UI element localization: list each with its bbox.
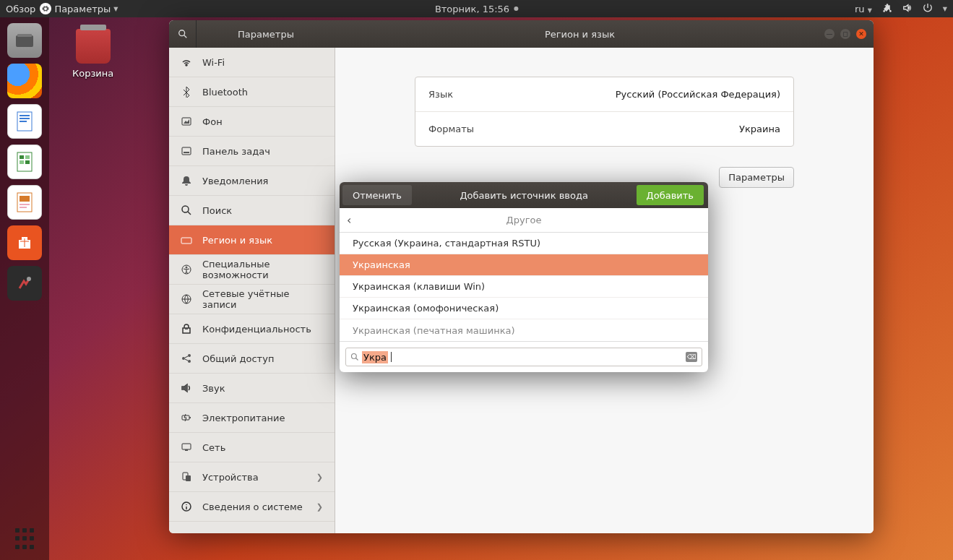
minimize-button[interactable]: — <box>824 29 835 39</box>
clock[interactable]: Вторник, 15:56 <box>435 4 518 14</box>
launcher-settings[interactable] <box>7 266 42 301</box>
svg-rect-33 <box>182 444 191 449</box>
launcher-calc[interactable] <box>7 145 42 179</box>
sidebar-item-region[interactable]: Регион и язык <box>169 225 335 255</box>
maximize-button[interactable]: ◻ <box>840 29 850 39</box>
about-icon <box>181 501 192 512</box>
sidebar-item-label: Звук <box>202 383 225 394</box>
chevron-right-icon: ❯ <box>316 473 323 482</box>
app-menu-label: Параметры <box>54 4 111 14</box>
sidebar-item-power[interactable]: Электропитание <box>169 403 335 433</box>
svg-rect-13 <box>25 160 30 164</box>
input-source-item[interactable]: Украинская (печатная машинка) <box>340 319 708 341</box>
notifications-icon <box>181 175 192 186</box>
svg-rect-21 <box>182 147 191 155</box>
sidebar-item-label: Электропитание <box>202 413 285 423</box>
svg-point-28 <box>182 357 185 360</box>
sidebar-item-label: Bluetooth <box>202 87 248 98</box>
sidebar-item-label: Уведомления <box>202 176 268 186</box>
input-source-item[interactable]: Украинская (клавиши Win) <box>340 276 708 298</box>
input-source-item[interactable]: Украинская (омофоническая) <box>340 298 708 319</box>
sidebar-item-notifications[interactable]: Уведомления <box>169 166 335 196</box>
svg-rect-17 <box>20 207 27 208</box>
app-menu[interactable]: Параметры ▼ <box>40 3 118 14</box>
dot-icon <box>514 7 518 11</box>
svg-rect-12 <box>20 160 24 164</box>
launcher-impress[interactable] <box>7 185 42 220</box>
svg-rect-6 <box>20 115 30 116</box>
sidebar-item-sharing[interactable]: Общий доступ <box>169 344 335 374</box>
power-icon <box>181 412 192 423</box>
sidebar-title: Параметры <box>197 29 335 40</box>
online-icon <box>181 293 192 305</box>
input-source-list: Русская (Украина, стандартная RSTU)Украи… <box>340 233 708 341</box>
svg-rect-35 <box>186 475 191 481</box>
close-button[interactable]: ✕ <box>856 29 866 39</box>
sidebar-item-about[interactable]: Сведения о системе❯ <box>169 492 335 522</box>
chevron-down-icon: ▼ <box>943 6 947 12</box>
sound-icon <box>181 382 192 394</box>
svg-point-26 <box>186 267 188 269</box>
svg-rect-22 <box>184 152 189 153</box>
language-row[interactable]: Язык Русский (Российская Федерация) <box>415 77 793 112</box>
titlebar: Параметры Регион и язык — ◻ ✕ <box>169 20 874 48</box>
activities-button[interactable]: Обзор <box>6 4 35 14</box>
language-card: Язык Русский (Российская Федерация) Форм… <box>415 77 794 147</box>
settings-sidebar: Wi-FiBluetoothФонПанель задачУведомления… <box>169 48 335 533</box>
launcher-files[interactable] <box>7 23 42 58</box>
desktop-trash[interactable]: Корзина <box>72 29 113 79</box>
sidebar-item-label: Панель задач <box>202 146 270 157</box>
show-applications[interactable] <box>14 528 35 550</box>
sidebar-item-search[interactable]: Поиск <box>169 196 335 225</box>
network-icon <box>181 441 192 453</box>
wifi-icon <box>181 56 192 68</box>
back-button[interactable]: ‹ <box>347 213 351 227</box>
sidebar-item-sound[interactable]: Звук <box>169 374 335 403</box>
svg-point-37 <box>352 354 357 359</box>
sidebar-item-label: Фон <box>202 116 223 127</box>
sharing-icon <box>181 353 192 364</box>
sidebar-item-dock[interactable]: Панель задач <box>169 137 335 166</box>
svg-rect-32 <box>189 417 191 418</box>
dock-icon <box>181 145 192 157</box>
cancel-button[interactable]: Отменить <box>342 185 412 205</box>
sidebar-item-devices[interactable]: Устройства❯ <box>169 462 335 492</box>
launcher-firefox[interactable] <box>7 64 42 98</box>
volume-icon[interactable] <box>902 3 913 15</box>
sidebar-item-online[interactable]: Сетевые учётные записи <box>169 285 335 314</box>
chevron-down-icon: ▼ <box>113 6 118 12</box>
power-icon[interactable] <box>923 3 933 15</box>
svg-rect-15 <box>20 196 30 202</box>
keyboard-indicator[interactable]: ru ▼ <box>855 4 872 14</box>
sidebar-item-wifi[interactable]: Wi-Fi <box>169 48 335 77</box>
launcher-software[interactable] <box>7 225 42 260</box>
sidebar-item-universal[interactable]: Специальные возможности <box>169 255 335 285</box>
devices-icon <box>181 471 192 483</box>
input-source-item[interactable]: Украинская <box>340 254 708 276</box>
svg-rect-24 <box>181 238 191 244</box>
svg-rect-7 <box>20 118 30 119</box>
svg-point-30 <box>188 360 191 363</box>
formats-row[interactable]: Форматы Украина <box>415 112 793 146</box>
input-source-item[interactable]: Русская (Украина, стандартная RSTU) <box>340 233 708 254</box>
background-icon <box>181 116 192 127</box>
universal-icon <box>181 264 192 275</box>
clear-icon[interactable]: ⌫ <box>686 352 697 362</box>
page-title: Регион и язык <box>335 29 824 40</box>
network-icon[interactable] <box>882 3 892 15</box>
bluetooth-icon <box>181 86 192 98</box>
search-input[interactable]: Укра ⌫ <box>345 348 702 366</box>
add-button[interactable]: Добавить <box>637 185 704 205</box>
options-button[interactable]: Параметры <box>719 167 794 188</box>
sidebar-item-label: Конфиденциальность <box>202 324 311 335</box>
search-button[interactable] <box>169 20 197 48</box>
sidebar-item-bluetooth[interactable]: Bluetooth <box>169 77 335 107</box>
sidebar-item-network[interactable]: Сеть <box>169 433 335 462</box>
launcher-writer[interactable] <box>7 104 42 139</box>
sidebar-item-background[interactable]: Фон <box>169 107 335 137</box>
add-input-source-dialog: Отменить Добавить источник ввода Добавит… <box>340 182 708 372</box>
sidebar-item-privacy[interactable]: Конфиденциальность <box>169 314 335 344</box>
sidebar-item-label: Сеть <box>202 442 225 453</box>
svg-point-19 <box>178 30 184 36</box>
dialog-searchbar: Укра ⌫ <box>340 341 708 372</box>
